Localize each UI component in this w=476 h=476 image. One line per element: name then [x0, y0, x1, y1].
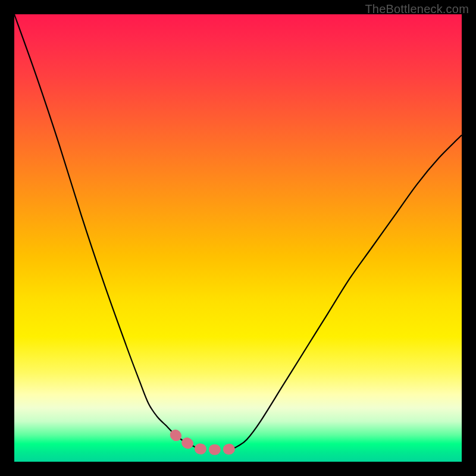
- chart-svg: [14, 14, 462, 462]
- valley-marker-line: [176, 435, 238, 450]
- right-curve-line: [229, 135, 462, 449]
- watermark-text: TheBottleneck.com: [365, 2, 469, 16]
- left-curve-line: [14, 14, 202, 449]
- chart-plot-area: [14, 14, 462, 462]
